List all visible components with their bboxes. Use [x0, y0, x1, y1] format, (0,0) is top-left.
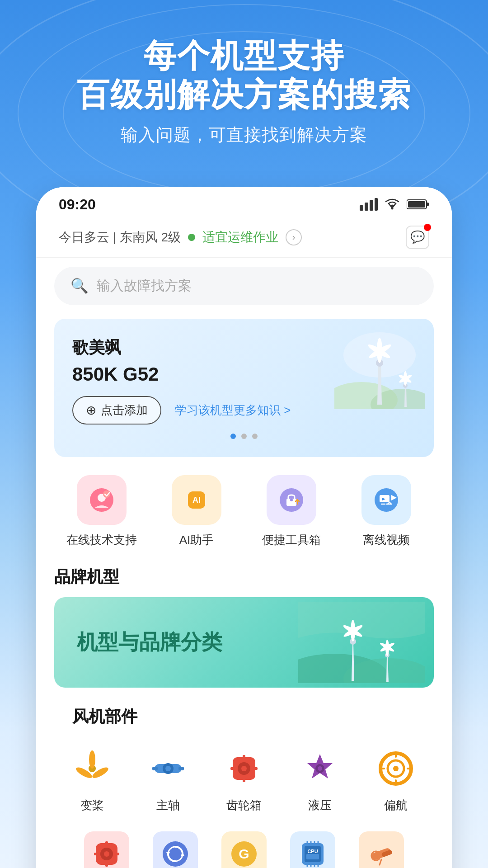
status-time: 09:20: [59, 196, 96, 213]
svg-point-31: [290, 499, 293, 501]
svg-line-103: [380, 859, 381, 865]
bottom-part-5-icon: [359, 831, 404, 868]
bottom-part-2[interactable]: [141, 831, 210, 868]
svg-text:AI: AI: [192, 495, 201, 505]
bottom-part-2-icon: [153, 831, 198, 868]
action-online-support[interactable]: 在线技术支持: [61, 475, 142, 548]
svg-point-81: [163, 841, 188, 867]
svg-text:CPU: CPU: [307, 849, 318, 854]
svg-point-76: [104, 851, 109, 857]
svg-rect-9: [427, 203, 429, 206]
svg-rect-61: [243, 778, 245, 782]
blade-icon: [70, 746, 115, 791]
dot-2[interactable]: [241, 434, 247, 439]
part-blade[interactable]: 变桨: [56, 746, 128, 813]
dot-3[interactable]: [252, 434, 258, 439]
offline-video-icon: [361, 475, 411, 525]
action-toolbox[interactable]: 便捷工具箱: [251, 475, 332, 548]
mainshaft-icon: [145, 746, 191, 791]
svg-rect-10: [408, 201, 425, 208]
svg-point-59: [241, 766, 247, 771]
learn-more-link[interactable]: 学习该机型更多知识 >: [175, 402, 291, 418]
battery-icon: [407, 198, 429, 210]
blade-label: 变桨: [80, 797, 104, 813]
weather-arrow-btn[interactable]: ›: [286, 229, 302, 245]
svg-rect-62: [230, 767, 235, 770]
svg-rect-3: [360, 205, 363, 211]
weather-dot: [188, 234, 195, 241]
action-ai-assistant[interactable]: AI AI助手: [156, 475, 237, 548]
svg-rect-4: [365, 203, 368, 211]
bottom-part-5[interactable]: [347, 831, 416, 868]
svg-point-66: [318, 766, 322, 771]
svg-rect-56: [178, 767, 184, 770]
status-icons: [360, 198, 429, 211]
signal-icon: [360, 198, 378, 211]
phone-mockup: 09:20 今日多云 | 东: [36, 187, 452, 868]
offline-video-label: 离线视频: [363, 532, 410, 548]
search-icon: 🔍: [70, 277, 89, 294]
action-offline-video[interactable]: 离线视频: [346, 475, 427, 548]
toolbox-icon: [267, 475, 316, 525]
parts-grid: 变桨 主轴: [54, 737, 434, 827]
svg-rect-78: [105, 862, 108, 867]
online-support-icon: [77, 475, 127, 525]
card-pagination: [72, 434, 416, 439]
svg-rect-6: [375, 198, 378, 211]
svg-rect-63: [253, 767, 258, 770]
search-bar[interactable]: 🔍 输入故障找方案: [54, 267, 434, 305]
hydraulic-icon: [297, 746, 343, 791]
svg-point-69: [393, 766, 399, 771]
svg-rect-80: [115, 853, 119, 855]
part-mainshaft[interactable]: 主轴: [132, 746, 204, 813]
hero-title: 每个机型支持 百级别解决方案的搜索: [27, 36, 461, 114]
cpu-icon: CPU: [290, 831, 335, 868]
bottom-parts-row: G CPU: [54, 827, 434, 868]
bottom-part-cpu[interactable]: CPU CPU: [278, 831, 347, 868]
brand-card-text: 机型与品牌分类: [77, 628, 222, 656]
hydraulic-label: 液压: [308, 797, 332, 813]
hero-section: 每个机型支持 百级别解决方案的搜索 输入问题，可直接找到解决方案: [0, 0, 488, 165]
device-illustration: [334, 328, 425, 409]
bottom-part-1[interactable]: [72, 831, 141, 868]
brand-card[interactable]: 机型与品牌分类: [54, 597, 434, 688]
part-hydraulic[interactable]: 液压: [284, 746, 356, 813]
brand-illustration: [298, 602, 425, 683]
search-container: 🔍 输入故障找方案: [36, 258, 452, 319]
part-gearbox[interactable]: 齿轮箱: [208, 746, 280, 813]
ai-assistant-icon: AI: [172, 475, 221, 525]
svg-rect-55: [152, 767, 158, 770]
hero-subtitle: 输入问题，可直接找到解决方案: [27, 123, 461, 146]
part-yaw[interactable]: 偏航: [360, 746, 432, 813]
dot-1[interactable]: [230, 434, 236, 439]
svg-rect-33: [380, 495, 389, 502]
svg-rect-60: [243, 755, 245, 760]
yaw-icon: [373, 746, 418, 791]
yaw-label: 偏航: [384, 797, 408, 813]
search-placeholder: 输入故障找方案: [97, 277, 192, 295]
svg-point-7: [391, 208, 394, 210]
gearbox-icon: [221, 746, 267, 791]
ai-assistant-label: AI助手: [179, 532, 214, 548]
mainshaft-label: 主轴: [156, 797, 180, 813]
wifi-icon: [384, 198, 400, 211]
chat-button[interactable]: 💬: [406, 226, 429, 249]
svg-rect-79: [94, 853, 99, 855]
svg-point-102: [374, 854, 378, 858]
bottom-part-1-icon: [84, 831, 129, 868]
plus-icon: ⊕: [86, 403, 96, 418]
weather-text: 今日多云 | 东南风 2级: [59, 229, 181, 246]
svg-rect-5: [370, 200, 373, 211]
chat-badge: [424, 224, 431, 231]
svg-point-54: [165, 766, 171, 771]
svg-point-49: [89, 750, 95, 769]
weather-bar: 今日多云 | 东南风 2级 适宜运维作业 › 💬: [36, 217, 452, 258]
brand-section-header: 品牌机型: [36, 561, 452, 597]
bottom-part-3[interactable]: G: [210, 831, 278, 868]
parts-section-header: 风机部件: [54, 701, 434, 737]
device-card: 歌美飒 850K G52 ⊕ 点击添加 学习该机型更多知识 >: [54, 319, 434, 457]
svg-rect-77: [105, 841, 108, 846]
bottom-part-3-icon: G: [221, 831, 267, 868]
status-bar: 09:20: [36, 187, 452, 217]
add-device-button[interactable]: ⊕ 点击添加: [72, 396, 161, 425]
